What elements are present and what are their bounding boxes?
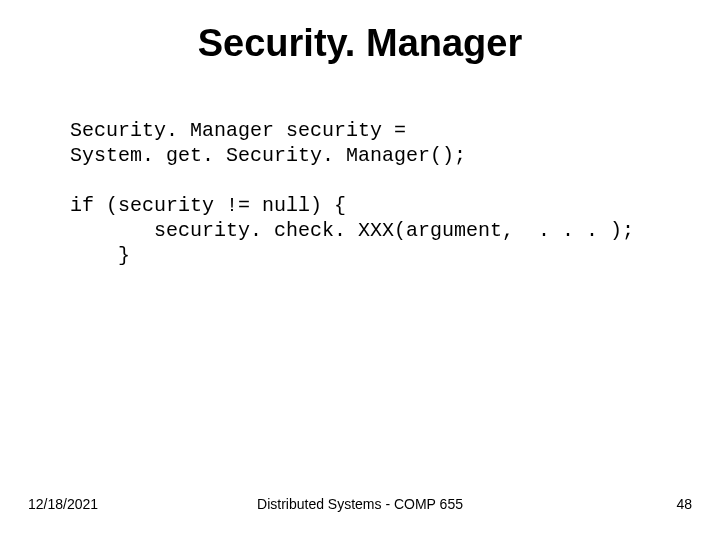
footer-center: Distributed Systems - COMP 655 [0, 496, 720, 512]
slide: Security. Manager Security. Manager secu… [0, 0, 720, 540]
code-block: Security. Manager security = System. get… [70, 118, 660, 268]
slide-title: Security. Manager [0, 22, 720, 65]
code-line-6: } [70, 244, 130, 267]
code-line-5: security. check. XXX(argument, . . . ); [70, 219, 634, 242]
code-line-4: if (security != null) { [70, 194, 346, 217]
code-line-1: Security. Manager security = [70, 119, 406, 142]
code-line-2: System. get. Security. Manager(); [70, 144, 466, 167]
footer-page-number: 48 [676, 496, 692, 512]
